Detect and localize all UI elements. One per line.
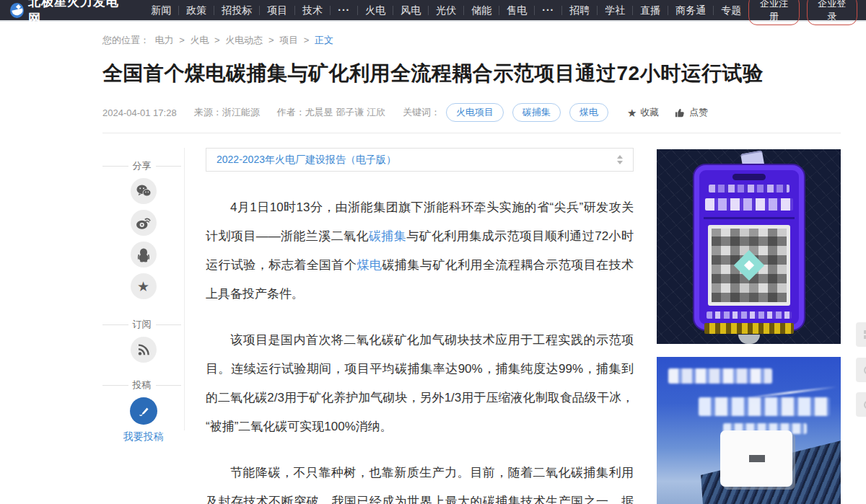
- main-menu: 新闻 政策 招投标 项目 技术 ··· 火电 风电 光伏 储能 售电 ··· 招…: [144, 6, 748, 15]
- pen-icon: [136, 404, 151, 418]
- breadcrumb-separator: >: [268, 35, 274, 45]
- ticker-up-icon[interactable]: [617, 155, 623, 159]
- share-qzone-button[interactable]: ★: [131, 273, 157, 299]
- pixelated-text: [668, 368, 772, 384]
- like-label: 点赞: [689, 106, 708, 119]
- share-wechat-button[interactable]: [131, 178, 157, 204]
- menu-item-bidding[interactable]: 招投标: [214, 6, 260, 15]
- ticker-down-icon[interactable]: [617, 161, 623, 164]
- share-qq-button[interactable]: [131, 242, 157, 268]
- menu-item-thermal[interactable]: 火电: [358, 6, 393, 15]
- submit-section-label: 投稿: [102, 379, 181, 392]
- inline-link-coal-power[interactable]: 煤电: [357, 258, 382, 272]
- share-sidebar: 分享: [102, 148, 185, 430]
- badge-divider: [704, 217, 795, 219]
- source: 来源：浙江能源: [194, 106, 260, 119]
- badge-graphic: [694, 165, 804, 330]
- menu-item-wind[interactable]: 风电: [393, 6, 429, 15]
- topbar-account-area: 企业注册 企业登录: [748, 0, 857, 25]
- menu-item-topics[interactable]: 专题: [714, 6, 748, 15]
- floating-service-button[interactable]: [856, 392, 866, 417]
- menu-item-project[interactable]: 项目: [260, 6, 295, 15]
- keyword-tag[interactable]: 火电项目: [446, 103, 504, 122]
- breadcrumb-item-power[interactable]: 电力: [155, 35, 174, 45]
- keyword-tag[interactable]: 碳捕集: [512, 103, 561, 122]
- article-meta: 2024-04-01 17:28 来源：浙江能源 作者：尤晨昱 邵子谦 江欣 关…: [102, 103, 841, 122]
- menu-more-icon[interactable]: ···: [535, 6, 562, 15]
- paragraph: 该项目是国内首次将二氧化碳矿化加气砌块技术应用于工程实践的示范项目。连续运行试验…: [206, 326, 634, 441]
- pixelated-text: [699, 397, 830, 416]
- menu-item-live[interactable]: 直播: [633, 6, 668, 15]
- submit-article-link[interactable]: 我要投稿: [102, 430, 184, 443]
- ticker-controls: [617, 155, 623, 164]
- author: 作者：尤晨昱 邵子谦 江欣: [277, 106, 385, 119]
- article-column: 2022-2023年火电厂建设报告（电子版） 4月1日10时13分，由浙能集团旗…: [206, 148, 634, 504]
- breadcrumb-item-thermal[interactable]: 火电: [190, 35, 209, 45]
- share-section-label: 分享: [102, 159, 181, 172]
- paragraph: 节能降碳，不只靠种树，也靠新质生产力。目前，随着二氧化碳捕集利用及封存技术不断突…: [206, 459, 634, 504]
- city-lights-graphic: [657, 485, 751, 504]
- author-value: 尤晨昱 邵子谦 江欣: [305, 107, 385, 118]
- breadcrumb-separator: >: [179, 35, 185, 45]
- breadcrumb: 您的位置： 电力 > 火电 > 火电动态 > 项目 > 正文: [102, 34, 841, 47]
- pixelated-text: [709, 185, 790, 193]
- site-logo-icon: [10, 3, 24, 18]
- weibo-icon: [136, 216, 152, 230]
- submit-article-button[interactable]: [130, 397, 157, 425]
- article-body: 4月1日10时13分，由浙能集团旗下浙能科环牵头实施的省“尖兵”研发攻关计划项目…: [206, 193, 634, 504]
- site-logo[interactable]: 北极星火力发电网: [10, 0, 122, 27]
- breadcrumb-item-thermal-news[interactable]: 火电动态: [225, 35, 263, 45]
- favorite-label: 收藏: [640, 106, 659, 119]
- ad-banner-solar[interactable]: [657, 357, 841, 504]
- thumbs-up-icon: [675, 107, 686, 118]
- wechat-icon: [136, 184, 152, 198]
- star-icon: ★: [627, 107, 637, 118]
- menu-item-business[interactable]: 商务通: [668, 6, 714, 15]
- ad-column: [657, 148, 841, 504]
- source-value[interactable]: 浙江能源: [222, 107, 260, 118]
- topbar: 北极星火力发电网 新闻 政策 招投标 项目 技术 ··· 火电 风电 光伏 储能…: [0, 0, 866, 22]
- badge-slot-graphic: [732, 174, 766, 180]
- report-ticker: 2022-2023年火电厂建设报告（电子版）: [206, 148, 634, 172]
- login-button[interactable]: 企业登录: [807, 0, 857, 25]
- ad-banner-badge[interactable]: [657, 149, 841, 344]
- qzone-star-icon: ★: [137, 280, 149, 293]
- pixelated-text: [707, 311, 792, 319]
- publish-date: 2024-04-01 17:28: [102, 107, 177, 118]
- menu-item-power-sale[interactable]: 售电: [499, 6, 535, 15]
- menu-item-tech[interactable]: 技术: [295, 6, 331, 15]
- share-weibo-button[interactable]: [131, 210, 157, 236]
- subscribe-section-label: 订阅: [102, 318, 181, 331]
- menu-item-news[interactable]: 新闻: [144, 6, 179, 15]
- menu-item-storage[interactable]: 储能: [464, 6, 499, 15]
- menu-more-icon[interactable]: ···: [331, 6, 358, 15]
- site-logo-text: 北极星火力发电网: [28, 0, 122, 27]
- favorite-button[interactable]: ★ 收藏: [627, 106, 659, 119]
- phone-icon: [864, 366, 866, 375]
- pixelated-text: [705, 198, 793, 211]
- inline-link-carbon-capture[interactable]: 碳捕集: [369, 229, 406, 243]
- menu-item-academy[interactable]: 学社: [598, 6, 633, 15]
- keywords-label: 关键词：: [403, 106, 440, 119]
- floating-contact-button[interactable]: [856, 358, 866, 382]
- breadcrumb-separator: >: [304, 35, 310, 45]
- author-label: 作者：: [277, 107, 305, 118]
- like-button[interactable]: 点赞: [675, 106, 708, 119]
- rss-button[interactable]: [131, 337, 157, 363]
- menu-item-jobs[interactable]: 招聘: [562, 6, 598, 15]
- floating-qr-button[interactable]: [856, 322, 866, 347]
- service-icon: [864, 400, 866, 410]
- register-button[interactable]: 企业注册: [748, 0, 799, 25]
- report-ticker-link[interactable]: 2022-2023年火电厂建设报告（电子版）: [216, 154, 617, 167]
- keyword-tag[interactable]: 煤电: [569, 103, 608, 122]
- menu-item-solar[interactable]: 光伏: [429, 6, 464, 15]
- breadcrumb-item-project[interactable]: 项目: [279, 35, 298, 45]
- inverter-device-graphic: [720, 430, 792, 487]
- breadcrumb-prefix: 您的位置：: [102, 35, 149, 45]
- breadcrumb-separator: >: [214, 35, 220, 45]
- header-divider: [102, 133, 841, 133]
- qr-code: [708, 225, 790, 306]
- menu-item-policy[interactable]: 政策: [179, 6, 214, 15]
- pixelated-yellow-banner: [704, 323, 794, 334]
- page-title: 全国首个煤电碳捕集与矿化利用全流程耦合示范项目通过72小时运行试验: [102, 60, 841, 87]
